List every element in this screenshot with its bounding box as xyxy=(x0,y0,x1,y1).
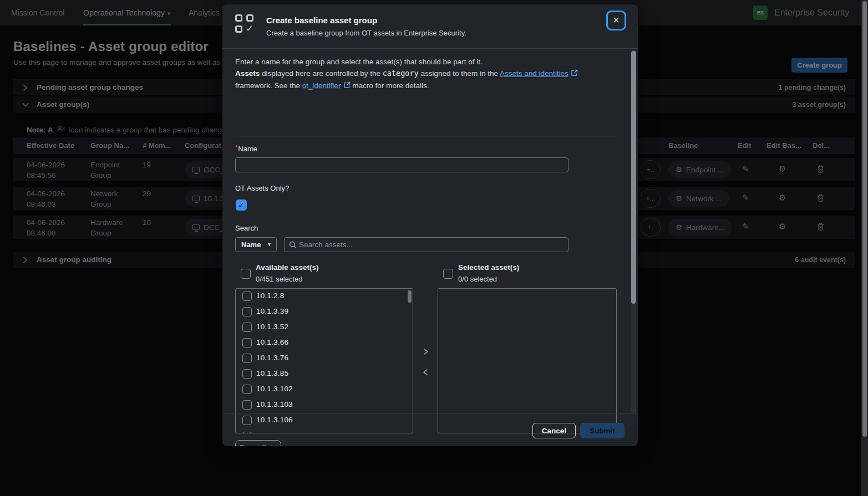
ot-assets-only-checkbox[interactable]: ✓ xyxy=(236,200,247,211)
divider xyxy=(235,136,616,136)
delete-trash-icon[interactable] xyxy=(817,222,824,233)
list-item[interactable]: 10.1.3.52 xyxy=(236,320,413,335)
screen: Mission Control Operational Technology▾ … xyxy=(0,0,868,496)
close-icon[interactable]: ✕ xyxy=(606,11,626,30)
asset-name: 10.1.3.52 xyxy=(256,323,288,331)
nav-item-operational-technology[interactable]: Operational Technology▾ xyxy=(83,0,170,25)
list-item[interactable]: 10.1.2.8 xyxy=(236,289,413,304)
list-item[interactable]: 10.1.3.76 xyxy=(236,351,413,366)
modal-footer: Cancel Submit xyxy=(222,413,638,446)
list-item[interactable]: 10.1.3.66 xyxy=(236,335,413,351)
asset-checkbox[interactable] xyxy=(242,307,252,316)
asset-name: 10.1.3.103 xyxy=(256,400,293,408)
select-all-available-checkbox[interactable] xyxy=(241,269,251,279)
asset-checkbox[interactable] xyxy=(242,354,252,363)
group-name-cell: Hardware Group xyxy=(90,217,139,238)
list-item[interactable]: 10.1.3.103 xyxy=(236,397,413,413)
page-scrollbar[interactable] xyxy=(861,0,868,496)
column-header: Edit Bas... xyxy=(767,137,801,154)
asset-name: 10.1.3.39 xyxy=(256,307,288,315)
selected-assets-title: Selected asset(s) xyxy=(458,263,519,272)
name-input[interactable] xyxy=(235,157,568,172)
search-label: Search xyxy=(235,224,258,232)
more-items-pill[interactable]: +. xyxy=(641,218,661,237)
chevron-right-icon xyxy=(22,84,29,91)
list-item[interactable]: 10.1.3.39 xyxy=(236,304,413,320)
select-all-selected-checkbox[interactable] xyxy=(443,269,453,279)
asset-checkbox[interactable] xyxy=(242,292,252,301)
person-icon xyxy=(57,125,65,134)
asset-checkbox[interactable] xyxy=(242,338,252,347)
chevron-right-icon xyxy=(22,257,29,263)
modal-intro-text: Enter a name for the group and select th… xyxy=(235,56,618,92)
asset-name: 10.1.3.66 xyxy=(256,338,288,346)
page-scrollbar-thumb[interactable] xyxy=(862,1,867,437)
edit-baseline-gear-icon[interactable]: ⚙ xyxy=(779,163,786,175)
column-header: Baseline xyxy=(668,137,698,154)
cancel-button[interactable]: Cancel xyxy=(532,423,576,438)
note-text: Note: A icon indicates a group that has … xyxy=(27,125,222,134)
asset-name: 10.1.3.85 xyxy=(256,369,288,377)
move-right-chevron-icon[interactable] xyxy=(420,347,431,358)
required-asterisk: * xyxy=(235,144,237,151)
more-items-pill[interactable]: +... xyxy=(641,189,661,208)
list-item[interactable]: 10.1.3.102 xyxy=(236,382,413,397)
asset-name: 10.1.2.8 xyxy=(256,292,284,300)
edit-baseline-gear-icon[interactable]: ⚙ xyxy=(779,192,786,203)
search-field-dropdown[interactable]: Name▾ xyxy=(235,237,277,252)
search-assets-input[interactable] xyxy=(299,238,566,252)
effective-date-cell: 04-06-202608:46:03 xyxy=(27,188,88,209)
baseline-chip[interactable]: ⚙Endpoint ... xyxy=(668,161,731,178)
baseline-chip[interactable]: ⚙Network ... xyxy=(668,190,729,207)
search-icon xyxy=(289,241,297,249)
move-left-chevron-icon[interactable] xyxy=(420,367,431,379)
modal-scrollbar-thumb[interactable] xyxy=(631,51,636,304)
create-group-button[interactable]: Create group xyxy=(791,58,847,73)
nav-item-mission-control[interactable]: Mission Control xyxy=(11,0,64,25)
audit-count-badge: 6 audit event(s) xyxy=(795,256,846,264)
ot-assets-only-label: OT Assets Only? xyxy=(235,184,289,192)
asset-checkbox[interactable] xyxy=(242,385,252,394)
check-icon: ✓ xyxy=(246,23,253,34)
delete-trash-icon[interactable] xyxy=(817,165,824,176)
delete-trash-icon[interactable] xyxy=(817,193,824,204)
ot-identifier-link[interactable]: ot_identifier xyxy=(302,81,341,90)
intro-line-1: Enter a name for the group and select th… xyxy=(235,56,618,68)
modal-header: ✓ Create baseline asset group Create a b… xyxy=(222,4,638,49)
edit-pencil-icon[interactable]: ✎ xyxy=(742,192,749,203)
nav-item-analytics[interactable]: Analytics xyxy=(189,0,220,25)
group-count-badge: 3 asset group(s) xyxy=(792,101,846,109)
gear-icon: ⚙ xyxy=(676,194,682,203)
asset-checkbox[interactable] xyxy=(242,369,252,379)
member-count-cell: 10 xyxy=(143,217,151,228)
submit-button[interactable]: Submit xyxy=(580,423,625,438)
edit-pencil-icon[interactable]: ✎ xyxy=(742,221,749,232)
selected-assets-count: 0/0 selected xyxy=(458,275,497,283)
intro-line-2: Assets displayed here are controlled by … xyxy=(235,68,618,80)
asset-name: 10.1.3.76 xyxy=(256,354,288,362)
column-header: Configurat xyxy=(185,137,221,154)
more-items-pill[interactable]: +.. xyxy=(641,160,661,179)
assets-and-identities-link[interactable]: Assets and identities xyxy=(500,69,568,78)
pending-count-badge: 1 pending change(s) xyxy=(778,84,846,91)
group-name-cell: Endpoint Group xyxy=(90,160,139,181)
column-header: Del... xyxy=(813,137,830,154)
edit-pencil-icon[interactable]: ✎ xyxy=(742,163,749,175)
column-header: # Mem... xyxy=(143,137,171,154)
baseline-chip[interactable]: ⚙Hardware... xyxy=(668,219,732,236)
list-item[interactable]: 10.1.3.85 xyxy=(236,366,413,382)
edit-baseline-gear-icon[interactable]: ⚙ xyxy=(779,221,786,232)
accordion-label: Asset group(s) xyxy=(37,100,89,109)
accordion-label: Pending asset group changes xyxy=(37,83,143,91)
monitor-icon xyxy=(192,196,200,201)
search-box xyxy=(284,237,568,252)
effective-date-cell: 04-06-202608:45:56 xyxy=(27,160,88,181)
asset-checkbox[interactable] xyxy=(242,323,252,332)
gear-icon: ⚙ xyxy=(676,223,682,232)
intro-line-3: framework. See the ot_identifier macro f… xyxy=(235,80,618,92)
page-subtitle: Use this page to manage and approve asse… xyxy=(13,58,220,67)
modal-body: Enter a name for the group and select th… xyxy=(222,49,638,413)
asset-group-icon: ✓ xyxy=(235,13,256,37)
asset-checkbox[interactable] xyxy=(242,400,252,410)
app-name: Enterprise Security xyxy=(774,0,849,25)
